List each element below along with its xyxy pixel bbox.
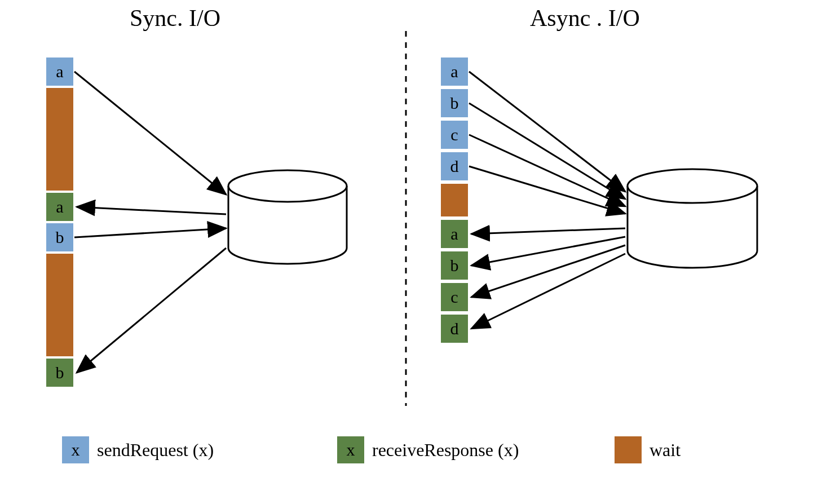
- svg-line-4: [74, 72, 226, 194]
- svg-line-12: [471, 228, 625, 234]
- svg-line-11: [469, 166, 625, 214]
- svg-point-3: [628, 169, 757, 203]
- legend-label-send: sendRequest (x): [97, 440, 214, 461]
- svg-line-7: [77, 248, 226, 373]
- svg-line-8: [469, 72, 625, 192]
- async-title: Async . I/O: [530, 5, 640, 32]
- async-block-0-send: a: [441, 58, 468, 86]
- legend-swatch-wait: [615, 436, 642, 463]
- async-block-1-send: b: [441, 89, 468, 117]
- async-block-4-wait: [441, 184, 468, 216]
- svg-line-15: [471, 254, 625, 329]
- legend-label-recv: receiveResponse (x): [372, 440, 519, 461]
- sync-title: Sync. I/O: [130, 5, 220, 32]
- sync-block-1-wait: [46, 88, 73, 191]
- legend-swatch-recv: x: [337, 436, 364, 463]
- overlay-svg: [0, 0, 813, 504]
- sync-block-5-recv: b: [46, 359, 73, 387]
- async-db-label: database: [655, 223, 717, 244]
- legend-label-wait: wait: [649, 440, 681, 461]
- sync-db-label: database: [253, 223, 315, 244]
- svg-line-6: [74, 228, 226, 237]
- async-block-8-recv: d: [441, 315, 468, 343]
- async-block-3-send: d: [441, 152, 468, 180]
- svg-line-10: [469, 135, 625, 206]
- async-block-7-recv: c: [441, 283, 468, 311]
- svg-point-2: [228, 170, 347, 202]
- sync-block-3-send: b: [46, 223, 73, 251]
- sync-block-2-recv: a: [46, 193, 73, 221]
- sync-block-4-wait: [46, 254, 73, 356]
- async-block-5-recv: a: [441, 220, 468, 248]
- async-block-2-send: c: [441, 121, 468, 149]
- sync-block-0-send: a: [46, 58, 73, 86]
- svg-line-9: [469, 103, 625, 199]
- svg-line-13: [471, 237, 625, 266]
- svg-line-14: [471, 245, 625, 297]
- async-block-6-recv: b: [441, 251, 468, 280]
- svg-line-5: [77, 207, 226, 214]
- legend-swatch-send: x: [62, 436, 89, 463]
